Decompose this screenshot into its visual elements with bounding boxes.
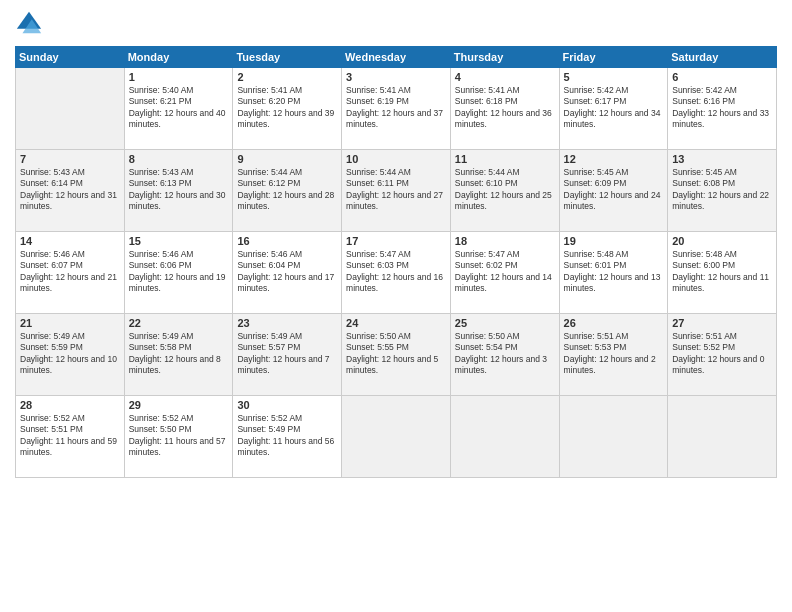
day-number: 19 — [564, 235, 664, 247]
weekday-header: Saturday — [668, 47, 777, 68]
day-number: 21 — [20, 317, 120, 329]
cell-info: Sunrise: 5:43 AMSunset: 6:14 PMDaylight:… — [20, 167, 120, 213]
cell-info: Sunrise: 5:41 AMSunset: 6:18 PMDaylight:… — [455, 85, 555, 131]
calendar-cell — [559, 396, 668, 478]
cell-info: Sunrise: 5:49 AMSunset: 5:59 PMDaylight:… — [20, 331, 120, 377]
cell-info: Sunrise: 5:51 AMSunset: 5:52 PMDaylight:… — [672, 331, 772, 377]
calendar-cell: 8Sunrise: 5:43 AMSunset: 6:13 PMDaylight… — [124, 150, 233, 232]
cell-info: Sunrise: 5:45 AMSunset: 6:08 PMDaylight:… — [672, 167, 772, 213]
cell-info: Sunrise: 5:43 AMSunset: 6:13 PMDaylight:… — [129, 167, 229, 213]
weekday-header: Friday — [559, 47, 668, 68]
calendar-cell — [16, 68, 125, 150]
calendar-cell: 23Sunrise: 5:49 AMSunset: 5:57 PMDayligh… — [233, 314, 342, 396]
cell-info: Sunrise: 5:52 AMSunset: 5:51 PMDaylight:… — [20, 413, 120, 459]
day-number: 9 — [237, 153, 337, 165]
cell-info: Sunrise: 5:42 AMSunset: 6:17 PMDaylight:… — [564, 85, 664, 131]
calendar-cell: 26Sunrise: 5:51 AMSunset: 5:53 PMDayligh… — [559, 314, 668, 396]
calendar-cell — [342, 396, 451, 478]
calendar-cell: 29Sunrise: 5:52 AMSunset: 5:50 PMDayligh… — [124, 396, 233, 478]
day-number: 3 — [346, 71, 446, 83]
day-number: 15 — [129, 235, 229, 247]
calendar-cell: 9Sunrise: 5:44 AMSunset: 6:12 PMDaylight… — [233, 150, 342, 232]
day-number: 17 — [346, 235, 446, 247]
calendar-cell: 24Sunrise: 5:50 AMSunset: 5:55 PMDayligh… — [342, 314, 451, 396]
calendar-cell: 4Sunrise: 5:41 AMSunset: 6:18 PMDaylight… — [450, 68, 559, 150]
calendar-cell: 22Sunrise: 5:49 AMSunset: 5:58 PMDayligh… — [124, 314, 233, 396]
calendar-cell: 12Sunrise: 5:45 AMSunset: 6:09 PMDayligh… — [559, 150, 668, 232]
cell-info: Sunrise: 5:52 AMSunset: 5:49 PMDaylight:… — [237, 413, 337, 459]
calendar-cell: 16Sunrise: 5:46 AMSunset: 6:04 PMDayligh… — [233, 232, 342, 314]
day-number: 10 — [346, 153, 446, 165]
calendar-cell: 17Sunrise: 5:47 AMSunset: 6:03 PMDayligh… — [342, 232, 451, 314]
calendar-cell: 28Sunrise: 5:52 AMSunset: 5:51 PMDayligh… — [16, 396, 125, 478]
day-number: 4 — [455, 71, 555, 83]
day-number: 11 — [455, 153, 555, 165]
cell-info: Sunrise: 5:48 AMSunset: 6:00 PMDaylight:… — [672, 249, 772, 295]
cell-info: Sunrise: 5:49 AMSunset: 5:57 PMDaylight:… — [237, 331, 337, 377]
weekday-header: Wednesday — [342, 47, 451, 68]
calendar-cell — [668, 396, 777, 478]
day-number: 14 — [20, 235, 120, 247]
day-number: 6 — [672, 71, 772, 83]
day-number: 20 — [672, 235, 772, 247]
cell-info: Sunrise: 5:47 AMSunset: 6:02 PMDaylight:… — [455, 249, 555, 295]
calendar-cell: 2Sunrise: 5:41 AMSunset: 6:20 PMDaylight… — [233, 68, 342, 150]
calendar-cell: 7Sunrise: 5:43 AMSunset: 6:14 PMDaylight… — [16, 150, 125, 232]
cell-info: Sunrise: 5:41 AMSunset: 6:20 PMDaylight:… — [237, 85, 337, 131]
calendar-cell: 1Sunrise: 5:40 AMSunset: 6:21 PMDaylight… — [124, 68, 233, 150]
cell-info: Sunrise: 5:44 AMSunset: 6:12 PMDaylight:… — [237, 167, 337, 213]
cell-info: Sunrise: 5:50 AMSunset: 5:55 PMDaylight:… — [346, 331, 446, 377]
weekday-header: Tuesday — [233, 47, 342, 68]
day-number: 24 — [346, 317, 446, 329]
day-number: 8 — [129, 153, 229, 165]
calendar-cell: 5Sunrise: 5:42 AMSunset: 6:17 PMDaylight… — [559, 68, 668, 150]
weekday-header: Thursday — [450, 47, 559, 68]
calendar-cell: 30Sunrise: 5:52 AMSunset: 5:49 PMDayligh… — [233, 396, 342, 478]
cell-info: Sunrise: 5:47 AMSunset: 6:03 PMDaylight:… — [346, 249, 446, 295]
day-number: 26 — [564, 317, 664, 329]
calendar-cell: 21Sunrise: 5:49 AMSunset: 5:59 PMDayligh… — [16, 314, 125, 396]
cell-info: Sunrise: 5:41 AMSunset: 6:19 PMDaylight:… — [346, 85, 446, 131]
calendar-table: SundayMondayTuesdayWednesdayThursdayFrid… — [15, 46, 777, 478]
calendar-cell: 27Sunrise: 5:51 AMSunset: 5:52 PMDayligh… — [668, 314, 777, 396]
calendar-cell: 6Sunrise: 5:42 AMSunset: 6:16 PMDaylight… — [668, 68, 777, 150]
cell-info: Sunrise: 5:46 AMSunset: 6:04 PMDaylight:… — [237, 249, 337, 295]
day-number: 29 — [129, 399, 229, 411]
day-number: 27 — [672, 317, 772, 329]
day-number: 25 — [455, 317, 555, 329]
calendar-cell: 10Sunrise: 5:44 AMSunset: 6:11 PMDayligh… — [342, 150, 451, 232]
cell-info: Sunrise: 5:46 AMSunset: 6:07 PMDaylight:… — [20, 249, 120, 295]
calendar-cell: 13Sunrise: 5:45 AMSunset: 6:08 PMDayligh… — [668, 150, 777, 232]
cell-info: Sunrise: 5:48 AMSunset: 6:01 PMDaylight:… — [564, 249, 664, 295]
logo-icon — [15, 10, 43, 38]
weekday-header: Monday — [124, 47, 233, 68]
cell-info: Sunrise: 5:49 AMSunset: 5:58 PMDaylight:… — [129, 331, 229, 377]
day-number: 2 — [237, 71, 337, 83]
day-number: 23 — [237, 317, 337, 329]
calendar-cell: 19Sunrise: 5:48 AMSunset: 6:01 PMDayligh… — [559, 232, 668, 314]
calendar-cell: 3Sunrise: 5:41 AMSunset: 6:19 PMDaylight… — [342, 68, 451, 150]
cell-info: Sunrise: 5:44 AMSunset: 6:10 PMDaylight:… — [455, 167, 555, 213]
cell-info: Sunrise: 5:42 AMSunset: 6:16 PMDaylight:… — [672, 85, 772, 131]
day-number: 30 — [237, 399, 337, 411]
cell-info: Sunrise: 5:46 AMSunset: 6:06 PMDaylight:… — [129, 249, 229, 295]
day-number: 1 — [129, 71, 229, 83]
logo — [15, 10, 47, 38]
cell-info: Sunrise: 5:45 AMSunset: 6:09 PMDaylight:… — [564, 167, 664, 213]
calendar-cell: 14Sunrise: 5:46 AMSunset: 6:07 PMDayligh… — [16, 232, 125, 314]
cell-info: Sunrise: 5:52 AMSunset: 5:50 PMDaylight:… — [129, 413, 229, 459]
header — [15, 10, 777, 38]
calendar-cell — [450, 396, 559, 478]
calendar-cell: 11Sunrise: 5:44 AMSunset: 6:10 PMDayligh… — [450, 150, 559, 232]
calendar-cell: 25Sunrise: 5:50 AMSunset: 5:54 PMDayligh… — [450, 314, 559, 396]
day-number: 28 — [20, 399, 120, 411]
day-number: 16 — [237, 235, 337, 247]
calendar-cell: 20Sunrise: 5:48 AMSunset: 6:00 PMDayligh… — [668, 232, 777, 314]
day-number: 5 — [564, 71, 664, 83]
day-number: 7 — [20, 153, 120, 165]
cell-info: Sunrise: 5:50 AMSunset: 5:54 PMDaylight:… — [455, 331, 555, 377]
calendar-container: SundayMondayTuesdayWednesdayThursdayFrid… — [0, 0, 792, 612]
calendar-cell: 15Sunrise: 5:46 AMSunset: 6:06 PMDayligh… — [124, 232, 233, 314]
day-number: 13 — [672, 153, 772, 165]
cell-info: Sunrise: 5:51 AMSunset: 5:53 PMDaylight:… — [564, 331, 664, 377]
